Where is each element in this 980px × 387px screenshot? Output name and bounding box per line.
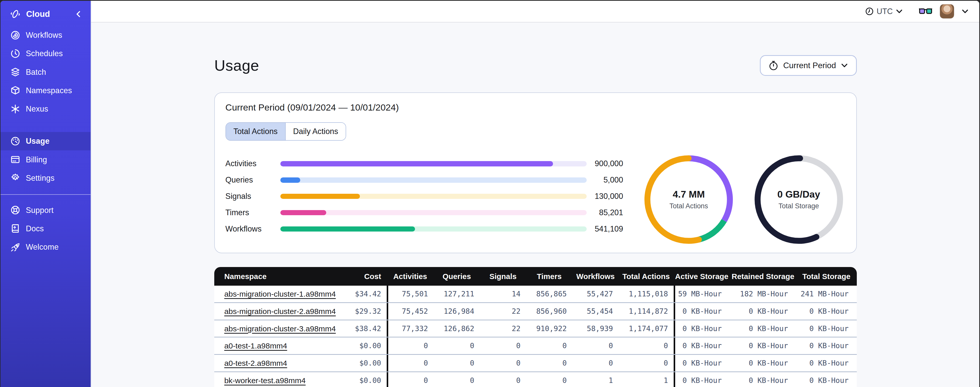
bar-fill: [280, 178, 300, 183]
sidebar-item-label: Batch: [26, 68, 46, 77]
collapse-sidebar-icon[interactable]: [75, 11, 82, 18]
namespace-cell: a0-test-2.a98mm4: [214, 355, 339, 371]
table-cell: $38.42: [339, 320, 387, 337]
table-header-cell: Total Storage: [796, 267, 857, 286]
table-cell: 1: [619, 372, 674, 387]
bar-label: Queries: [226, 175, 281, 185]
total-actions-label: Total Actions: [670, 202, 708, 210]
bar-value: 130,000: [587, 192, 623, 201]
chevron-down-icon: [841, 62, 848, 69]
sidebar-item-docs[interactable]: Docs: [0, 219, 91, 238]
clock-icon: [865, 7, 873, 16]
namespace-cell: bk-worker-test.a98mm4: [214, 372, 339, 387]
table-cell: 0: [387, 355, 434, 371]
sidebar-item-settings[interactable]: Settings: [0, 169, 91, 187]
sidebar-item-billing[interactable]: Billing: [0, 150, 91, 169]
usage-icon: [10, 136, 20, 146]
table-cell: 22: [480, 320, 526, 337]
tab-total-actions[interactable]: Total Actions: [226, 123, 285, 141]
table-cell: 14: [480, 286, 526, 302]
sidebar-item-batch[interactable]: Batch: [0, 63, 91, 81]
total-storage-donut: 0 GB/Day Total Storage: [752, 153, 846, 246]
disguise-glasses-icon[interactable]: [919, 6, 932, 16]
sidebar-item-schedules[interactable]: Schedules: [0, 45, 91, 63]
total-storage-label: Total Storage: [778, 202, 819, 210]
page-title: Usage: [214, 57, 259, 74]
table-cell: 126,984: [434, 303, 480, 320]
namespaces-icon: [10, 86, 20, 95]
sidebar-item-label: Settings: [26, 174, 54, 182]
sidebar-item-support[interactable]: Support: [0, 201, 91, 219]
top-bar: UTC: [91, 1, 979, 22]
table-cell: 75,452: [387, 303, 434, 320]
stopwatch-icon: [769, 61, 778, 70]
bar-value: 85,201: [587, 208, 623, 217]
total-actions-value: 4.7 MM: [673, 189, 705, 200]
table-row: a0-test-1.a98mm4$0.000000000 KB-Hour0 KB…: [214, 337, 857, 355]
workflows-icon: [10, 30, 20, 40]
namespace-link[interactable]: a0-test-1.a98mm4: [224, 341, 287, 350]
table-cell: 22: [480, 303, 526, 320]
sidebar-item-workflows[interactable]: Workflows: [0, 26, 91, 44]
table-header-cell: Workflows: [573, 267, 619, 286]
account-menu-chevron-icon[interactable]: [962, 8, 969, 15]
tab-daily-actions[interactable]: Daily Actions: [285, 123, 346, 141]
table-cell: 856,960: [526, 303, 573, 320]
namespace-link[interactable]: bk-worker-test.a98mm4: [224, 376, 305, 385]
bar-value: 5,000: [587, 175, 623, 185]
support-icon: [10, 205, 20, 215]
table-cell: 0 KB-Hour: [674, 355, 730, 371]
sidebar-item-label: Docs: [26, 224, 44, 233]
period-select-button[interactable]: Current Period: [760, 55, 857, 76]
bar-track: [280, 178, 587, 183]
table-cell: 0 KB-Hour: [796, 337, 857, 354]
bar-value: 900,000: [587, 159, 623, 168]
sidebar-item-usage[interactable]: Usage: [0, 132, 91, 150]
namespace-cell: abs-migration-cluster-1.a98mm4: [214, 286, 339, 302]
content-area: Usage Current Period: [91, 22, 979, 387]
namespace-cell: abs-migration-cluster-3.a98mm4: [214, 320, 339, 337]
table-cell: 0: [434, 372, 480, 387]
sidebar-item-label: Workflows: [26, 30, 62, 40]
usage-bar-chart: Activities900,000Queries5,000Signals130,…: [226, 158, 623, 246]
namespace-link[interactable]: abs-migration-cluster-2.a98mm4: [224, 307, 336, 316]
period-select-label: Current Period: [783, 61, 836, 70]
table-cell: 0: [619, 355, 674, 371]
table-cell: 75,501: [387, 286, 434, 302]
namespace-link[interactable]: a0-test-2.a98mm4: [224, 359, 287, 368]
brand-label: Cloud: [26, 9, 75, 19]
table-cell: 0: [480, 355, 526, 371]
table-cell: 0 KB-Hour: [674, 303, 730, 320]
sidebar-item-label: Schedules: [26, 49, 63, 58]
bar-label: Workflows: [226, 224, 281, 233]
table-cell: 241 MB-Hour: [796, 286, 857, 302]
table-cell: 856,865: [526, 286, 573, 302]
sidebar-item-nexus[interactable]: Nexus: [0, 100, 91, 118]
table-cell: 1: [573, 372, 619, 387]
bar-label: Activities: [226, 159, 281, 168]
sidebar-item-welcome[interactable]: Welcome: [0, 238, 91, 256]
table-row: abs-migration-cluster-2.a98mm4$29.3275,4…: [214, 303, 857, 320]
table-cell: 77,332: [387, 320, 434, 337]
user-avatar[interactable]: [940, 4, 954, 19]
namespace-link[interactable]: abs-migration-cluster-3.a98mm4: [224, 324, 336, 333]
table-cell: 0: [526, 355, 573, 371]
table-cell: $29.32: [339, 303, 387, 320]
sidebar: Cloud Workflows Schedules: [0, 1, 91, 387]
batch-icon: [10, 67, 20, 77]
table-row: abs-migration-cluster-3.a98mm4$38.4277,3…: [214, 320, 857, 338]
donut-charts: 4.7 MM Total Actions: [642, 153, 846, 246]
total-actions-donut: 4.7 MM Total Actions: [642, 153, 736, 246]
billing-icon: [10, 155, 20, 165]
sidebar-item-namespaces[interactable]: Namespaces: [0, 81, 91, 99]
app-window: Cloud Workflows Schedules: [0, 1, 979, 387]
table-cell: 1,115,018: [619, 286, 674, 302]
bar-fill: [280, 161, 553, 166]
timezone-select[interactable]: UTC: [865, 7, 903, 16]
namespace-link[interactable]: abs-migration-cluster-1.a98mm4: [224, 289, 336, 298]
namespace-cell: abs-migration-cluster-2.a98mm4: [214, 303, 339, 320]
table-cell: 910,922: [526, 320, 573, 337]
table-cell: 0: [619, 337, 674, 354]
timezone-label: UTC: [877, 7, 893, 16]
card-title: Current Period (09/01/2024 — 10/01/2024): [226, 102, 846, 113]
